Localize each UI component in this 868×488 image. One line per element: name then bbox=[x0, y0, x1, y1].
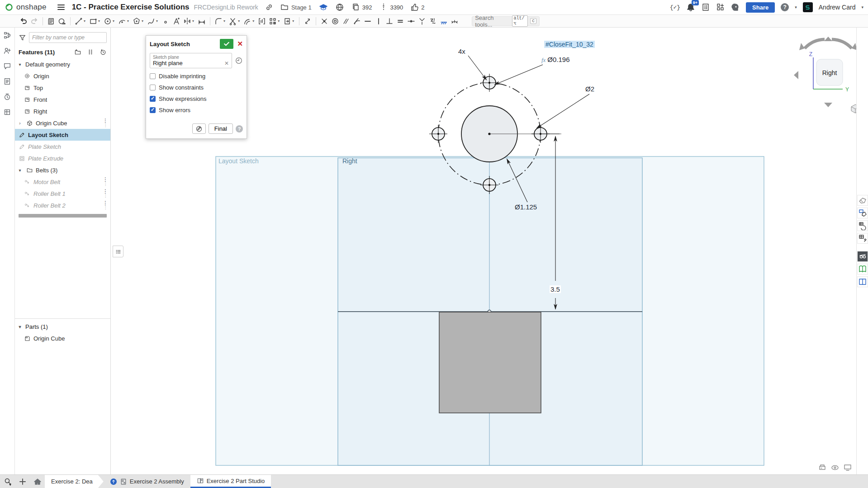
dialog-help-icon[interactable]: ? bbox=[236, 125, 243, 133]
rollback-dots-icon[interactable]: ⋮⋮ bbox=[102, 201, 109, 209]
height-dimension-label[interactable]: 3.5 bbox=[550, 285, 561, 293]
feature-roller-belt-1[interactable]: Roller Belt 1 ⋮⋮ bbox=[15, 188, 110, 199]
trim-tool[interactable]: ▾ bbox=[228, 16, 242, 27]
user-name[interactable]: Andrew Card bbox=[819, 4, 856, 11]
concentric-constraint[interactable] bbox=[330, 16, 341, 27]
feature-origin[interactable]: Origin bbox=[15, 70, 110, 82]
parts-header-row[interactable]: ▾ Parts (1) bbox=[15, 321, 110, 332]
tilt-up-arrow[interactable] bbox=[824, 37, 832, 41]
new-tab-button[interactable] bbox=[15, 475, 30, 488]
dimension-tool[interactable] bbox=[196, 16, 207, 27]
display-settings-icon[interactable] bbox=[843, 463, 853, 472]
tangent-constraint[interactable] bbox=[351, 16, 362, 27]
search-tabs-icon[interactable] bbox=[0, 475, 15, 488]
comments-icon[interactable] bbox=[3, 62, 11, 70]
cancel-button[interactable]: ✕ bbox=[237, 40, 243, 48]
filter-icon[interactable] bbox=[19, 34, 26, 42]
graphics-canvas[interactable]: Layout Sketch Right 4x #CloseFit_10_32 f… bbox=[111, 28, 856, 474]
spin-left-arrow[interactable] bbox=[794, 71, 798, 79]
origin-cube-face[interactable] bbox=[439, 312, 541, 413]
final-button[interactable]: Final bbox=[209, 123, 233, 134]
avatar[interactable] bbox=[803, 2, 813, 12]
help-button[interactable]: ? bbox=[781, 3, 789, 11]
rollback-bar[interactable] bbox=[19, 214, 107, 218]
import-foreign-tool[interactable]: ▾ bbox=[282, 16, 296, 27]
tasks-panel-icon[interactable] bbox=[701, 3, 710, 12]
rectangle-tool[interactable]: ▾ bbox=[88, 16, 102, 27]
user-caret-icon[interactable]: ▾ bbox=[861, 5, 863, 9]
show-expressions-checkbox[interactable] bbox=[150, 96, 156, 102]
part-origin-cube[interactable]: Origin Cube bbox=[15, 332, 110, 344]
feature-front-plane[interactable]: Front bbox=[15, 94, 110, 105]
horizontal-constraint[interactable] bbox=[362, 16, 373, 27]
sketch-plane-field[interactable]: Sketch plane Right plane ✕ bbox=[150, 53, 232, 68]
help-caret-icon[interactable]: ▾ bbox=[795, 5, 797, 9]
suspend-icon[interactable] bbox=[87, 48, 94, 56]
undo-button[interactable] bbox=[18, 16, 29, 27]
disable-imprinting-row[interactable]: Disable imprinting bbox=[150, 73, 243, 80]
vertical-constraint[interactable] bbox=[373, 16, 384, 27]
release-management-icon[interactable] bbox=[3, 108, 11, 116]
feature-plate-sketch[interactable]: Plate Sketch bbox=[15, 141, 110, 152]
feature-script-check-icon[interactable]: {✓} bbox=[670, 4, 680, 11]
normal-constraint[interactable] bbox=[449, 16, 460, 27]
rollback-dots-icon[interactable]: ⋮⋮ bbox=[102, 178, 109, 186]
show-expressions-row[interactable]: Show expressions bbox=[150, 95, 243, 102]
share-button[interactable]: Share bbox=[746, 2, 775, 13]
defer-update-icon[interactable] bbox=[235, 57, 243, 65]
insert-dxf-icon[interactable] bbox=[46, 16, 57, 27]
render-options-icon[interactable] bbox=[817, 463, 827, 472]
text-tool[interactable] bbox=[171, 16, 182, 27]
rollback-dots-icon[interactable]: ⋮⋮ bbox=[102, 190, 109, 198]
parallel-constraint[interactable] bbox=[341, 16, 351, 27]
point-tool[interactable] bbox=[160, 16, 171, 27]
redo-button[interactable] bbox=[29, 16, 40, 27]
exports-stat[interactable]: 3390 bbox=[379, 3, 403, 12]
feature-roller-belt-2[interactable]: Roller Belt 2 ⋮⋮ bbox=[15, 199, 110, 211]
bore-diameter-label[interactable]: Ø1.125 bbox=[515, 203, 537, 211]
configuration-panel-icon[interactable] bbox=[857, 208, 868, 218]
tab-exercise-2-dea[interactable]: Exercise 2: Dea bbox=[45, 475, 104, 488]
share-users-icon[interactable] bbox=[3, 47, 11, 55]
tab-exercise-2-part-studio[interactable]: Exercise 2 Part Studio bbox=[190, 475, 271, 488]
feature-right-plane[interactable]: Right bbox=[15, 105, 110, 117]
show-constraints-row[interactable]: Show constraints bbox=[150, 84, 243, 91]
search-tools-box[interactable]: Search tools... alt/⌥ c bbox=[472, 16, 540, 26]
equal-constraint[interactable] bbox=[395, 16, 406, 27]
app-store-icon[interactable] bbox=[716, 3, 725, 12]
spline-tool[interactable]: ▾ bbox=[146, 16, 160, 27]
right-plane-label[interactable]: Right bbox=[342, 157, 357, 165]
notifications-button[interactable]: 9+ bbox=[686, 3, 695, 12]
tab-exercise-2-assembly[interactable]: Exercise 2 Assembly bbox=[104, 475, 190, 488]
onshape-logo[interactable]: onshape bbox=[5, 3, 47, 12]
custom-tables-panel-icon[interactable] bbox=[857, 220, 868, 231]
feature-plate-extrude[interactable]: Plate Extrude bbox=[15, 152, 110, 164]
properties-icon[interactable] bbox=[3, 77, 11, 85]
mirror-tool[interactable]: ▾ bbox=[182, 16, 196, 27]
rollback-history-icon[interactable] bbox=[100, 48, 107, 56]
offset-tool[interactable]: ▾ bbox=[242, 16, 256, 27]
expression-label[interactable]: #CloseFit_10_32 bbox=[544, 41, 595, 48]
clear-selection-icon[interactable]: ✕ bbox=[224, 60, 229, 66]
fillet-tool[interactable]: ▾ bbox=[213, 16, 228, 27]
arc-tool[interactable]: ▾ bbox=[117, 16, 131, 27]
copy-link-icon[interactable] bbox=[265, 3, 274, 12]
featurescript-panel-icon[interactable] bbox=[857, 233, 868, 244]
perpendicular-constraint[interactable] bbox=[384, 16, 395, 27]
version-graph-icon[interactable] bbox=[3, 31, 11, 39]
ai-assistant-icon[interactable] bbox=[731, 3, 740, 12]
transform-tool[interactable] bbox=[302, 16, 313, 27]
midpoint-constraint[interactable] bbox=[406, 16, 417, 27]
copies-stat[interactable]: 392 bbox=[351, 3, 372, 12]
tab-manager-home-icon[interactable] bbox=[30, 475, 45, 488]
coincident-constraint[interactable] bbox=[319, 16, 330, 27]
split-view-icon[interactable] bbox=[857, 276, 868, 287]
use-project-tool[interactable] bbox=[256, 16, 267, 27]
sketch-only-toggle[interactable] bbox=[192, 123, 206, 134]
sketch-pattern-tool[interactable]: ▾ bbox=[267, 16, 282, 27]
show-constraints-checkbox[interactable] bbox=[150, 85, 156, 90]
workspace-breadcrumb[interactable]: Stage 1 bbox=[280, 3, 312, 12]
disable-imprinting-checkbox[interactable] bbox=[150, 73, 156, 79]
show-errors-row[interactable]: Show errors bbox=[150, 107, 243, 114]
feature-origin-cube[interactable]: › Origin Cube ⋮⋮ bbox=[15, 117, 110, 129]
